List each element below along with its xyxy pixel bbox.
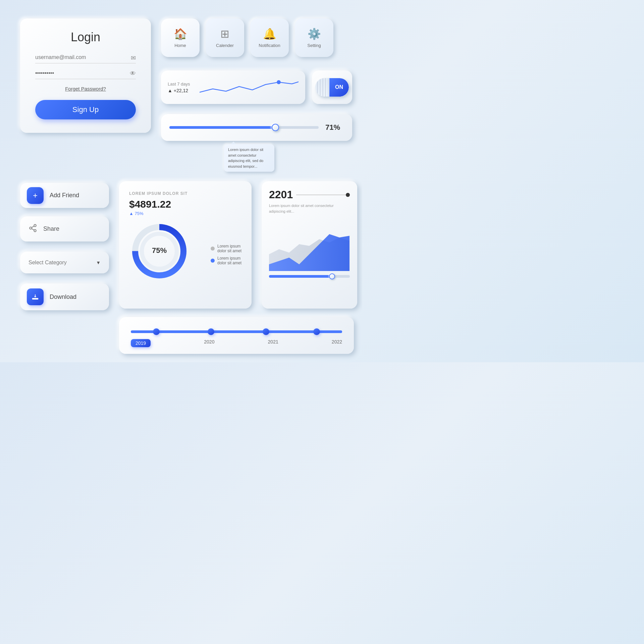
timeline-dot-4[interactable] [313, 328, 320, 335]
password-field[interactable] [35, 70, 136, 76]
email-group: ✉ [35, 54, 136, 63]
svg-line-5 [32, 226, 34, 227]
add-friend-label: Add Friend [50, 192, 79, 199]
password-group: 👁 [35, 70, 136, 79]
donut-header: LOREM IPSUM DOLOR SIT [129, 191, 241, 196]
nav-calendar-label: Calender [216, 43, 234, 48]
timeline-widget: 2019 2020 2021 2022 [119, 317, 354, 354]
legend-item-2: Lorem ipsumdolor sit amet [211, 256, 241, 265]
legend-label-2: Lorem ipsumdolor sit amet [217, 256, 241, 265]
area-card: 2201 Lorem ipsum dolor sit amet consecte… [262, 181, 357, 309]
area-card-dot [346, 193, 350, 197]
chart-period: Last 7 days [168, 82, 195, 87]
donut-amount: $4891.22 [129, 199, 241, 210]
email-icon: ✉ [131, 54, 136, 62]
nav-notification-label: Notification [259, 43, 280, 48]
svg-text:75%: 75% [152, 246, 167, 255]
sparkline-chart [200, 77, 299, 97]
timeline-dot-2[interactable] [208, 328, 214, 335]
nav-home[interactable]: 🏠 Home [161, 18, 200, 57]
donut-trend: ▲ 75% [129, 211, 241, 216]
legend-dot-1 [211, 247, 215, 251]
chart-trend: ▲ +22,12 [168, 88, 195, 93]
trend-value: +22,12 [174, 88, 188, 93]
timeline-track [131, 330, 342, 333]
chart-info: Last 7 days ▲ +22,12 [168, 82, 195, 93]
timeline-dot-3[interactable] [263, 328, 269, 335]
select-category-dropdown[interactable]: Select Category ▼ [20, 252, 109, 273]
download-label: Download [50, 293, 76, 301]
login-card: Login ✉ 👁 Forget Password? Sign Up [20, 18, 151, 133]
share-icon [29, 224, 37, 234]
home-icon: 🏠 [174, 28, 187, 40]
timeline-year-2022[interactable]: 2022 [332, 339, 342, 347]
area-slider-thumb[interactable] [329, 273, 335, 279]
toggle-on-section: ON [329, 78, 349, 97]
bell-icon: 🔔 [263, 28, 276, 40]
gear-icon: ⚙️ [308, 28, 321, 40]
timeline-labels: 2019 2020 2021 2022 [131, 339, 342, 347]
nav-setting[interactable]: ⚙️ Setting [295, 18, 333, 57]
svg-point-0 [277, 80, 281, 84]
slider-thumb[interactable] [272, 124, 279, 131]
timeline-dot-1[interactable] [153, 328, 160, 335]
tooltip-text: Lorem ipsum dolor sit amet consectetur a… [228, 148, 263, 168]
legend-item-1: Lorem ipsumdolor sit amet [211, 244, 241, 253]
eye-icon[interactable]: 👁 [130, 70, 136, 77]
forgot-password-link[interactable]: Forget Password? [35, 86, 136, 92]
trend-arrow: ▲ [168, 88, 172, 93]
area-card-value: 2201 [269, 189, 293, 201]
download-icon [27, 288, 44, 305]
svg-line-4 [32, 228, 34, 230]
chart-widget: Last 7 days ▲ +22,12 [161, 70, 305, 104]
select-category-label: Select Category [29, 260, 67, 266]
download-button[interactable]: Download [20, 283, 109, 310]
legend-label-1: Lorem ipsumdolor sit amet [217, 244, 241, 253]
add-icon: + [27, 187, 44, 204]
donut-card: LOREM IPSUM DOLOR SIT $4891.22 ▲ 75% 75% [119, 181, 252, 309]
toggle-widget: ON [312, 70, 352, 104]
toggle-stripes [315, 78, 331, 97]
area-card-desc: Lorem ipsum dolor sit amet consectetur a… [269, 203, 350, 214]
nav-notification[interactable]: 🔔 Notification [250, 18, 289, 57]
donut-legend: Lorem ipsumdolor sit amet Lorem ipsumdol… [211, 244, 241, 265]
share-label: Share [43, 225, 59, 232]
donut-chart: 75% [129, 221, 190, 281]
toggle-switch[interactable]: ON [315, 78, 349, 97]
slider-track[interactable] [169, 126, 319, 129]
timeline-year-2020[interactable]: 2020 [204, 339, 214, 347]
area-slider-track[interactable] [269, 275, 350, 278]
nav-icons-group: 🏠 Home ⊞ Calender 🔔 Notification ⚙️ Sett… [161, 18, 333, 57]
chevron-down-icon: ▼ [96, 260, 101, 265]
calendar-icon: ⊞ [220, 28, 229, 40]
timeline-year-2019[interactable]: 2019 [131, 339, 151, 347]
email-field[interactable] [35, 54, 136, 60]
nav-calendar[interactable]: ⊞ Calender [206, 18, 244, 57]
timeline-year-2021[interactable]: 2021 [268, 339, 278, 347]
legend-dot-2 [211, 259, 215, 263]
add-friend-button[interactable]: + Add Friend [20, 183, 109, 208]
signup-button[interactable]: Sign Up [35, 100, 136, 119]
login-title: Login [35, 30, 136, 44]
nav-setting-label: Setting [307, 43, 321, 48]
toggle-label: ON [335, 84, 343, 90]
svg-rect-6 [33, 299, 38, 299]
slider-widget: 71% [161, 114, 352, 141]
nav-home-label: Home [174, 43, 186, 48]
area-chart-svg [269, 221, 350, 271]
slider-value: 71% [325, 123, 344, 132]
tooltip-box: Lorem ipsum dolor sit amet consectetur a… [224, 144, 274, 172]
share-button[interactable]: Share [20, 216, 109, 241]
